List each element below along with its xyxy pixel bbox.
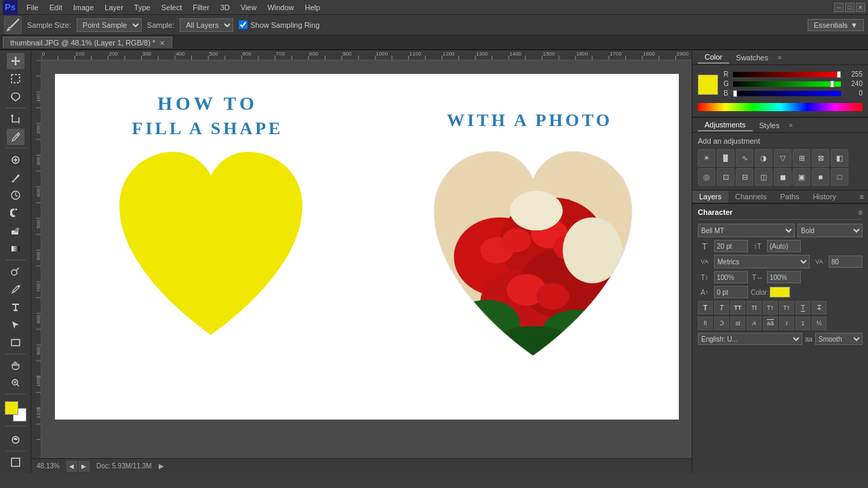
minimize-button[interactable]: ─: [834, 3, 844, 12]
eyedropper-tool-icon[interactable]: [4, 16, 22, 34]
history-tab[interactable]: History: [806, 190, 843, 203]
paths-tab[interactable]: Paths: [774, 190, 806, 203]
eraser-tool[interactable]: [7, 223, 24, 239]
font-size-input[interactable]: [714, 240, 748, 252]
exposure-adj-icon[interactable]: ◑: [755, 149, 772, 167]
show-sampling-ring-label[interactable]: Show Sampling Ring: [239, 20, 319, 29]
green-slider-track[interactable]: [733, 81, 841, 87]
restore-button[interactable]: □: [845, 3, 854, 12]
bold-button[interactable]: T: [698, 301, 713, 314]
vertical-scale-input[interactable]: [714, 271, 748, 283]
anti-alias-select[interactable]: Smooth: [815, 333, 863, 345]
brightness-adj-icon[interactable]: ☀: [698, 149, 715, 167]
brush-tool[interactable]: [7, 169, 24, 186]
adjustments-panel-options[interactable]: ≡: [789, 122, 796, 129]
titling-button[interactable]: aā: [763, 317, 778, 330]
zoom-tool[interactable]: [7, 375, 24, 391]
photo-filter-icon[interactable]: ◎: [698, 168, 715, 186]
status-arrow-right[interactable]: ▶: [159, 462, 164, 470]
lasso-tool[interactable]: [7, 89, 24, 105]
color-panel-options[interactable]: ≡: [778, 54, 785, 61]
selective-color-icon[interactable]: □: [831, 168, 848, 186]
channel-mixer-icon[interactable]: ⊡: [717, 168, 734, 186]
rectangle-tool[interactable]: [7, 334, 24, 350]
character-color-swatch[interactable]: [770, 287, 790, 298]
color-tab[interactable]: Color: [698, 52, 729, 64]
crop-tool[interactable]: [7, 111, 24, 127]
clone-stamp-tool[interactable]: [7, 187, 24, 203]
menu-window[interactable]: Window: [262, 2, 298, 13]
type-tool[interactable]: [7, 299, 24, 315]
close-button[interactable]: ✕: [856, 3, 865, 12]
gradient-tool[interactable]: [7, 241, 24, 257]
dodge-tool[interactable]: [7, 263, 24, 279]
layers-tab[interactable]: Layers: [692, 190, 728, 203]
menu-layer[interactable]: Layer: [100, 2, 128, 13]
layers-panel-options[interactable]: ≡: [856, 192, 868, 201]
foreground-color-swatch[interactable]: [5, 401, 18, 415]
font-style-select[interactable]: Bold: [797, 224, 863, 237]
path-selection-tool[interactable]: [7, 317, 24, 333]
oldstyle-button[interactable]: ℑ: [714, 317, 729, 330]
vibrance-adj-icon[interactable]: ▽: [774, 149, 791, 167]
menu-file[interactable]: File: [22, 2, 43, 13]
posterize-icon[interactable]: ◼: [774, 168, 791, 186]
menu-3d[interactable]: 3D: [216, 2, 235, 13]
tracking-input[interactable]: [829, 256, 863, 268]
fraction-1-button[interactable]: 1: [795, 317, 810, 330]
document-tab[interactable]: thumbnail.JPG @ 48.1% (Layer 1, RGB/8) *…: [3, 37, 172, 48]
hsl-adj-icon[interactable]: ⊞: [793, 149, 810, 167]
menu-select[interactable]: Select: [157, 2, 187, 13]
swatches-tab[interactable]: Swatches: [729, 52, 775, 63]
superscript-button[interactable]: TT: [763, 301, 778, 314]
menu-edit[interactable]: Edit: [45, 2, 67, 13]
ligature-button[interactable]: fi: [698, 317, 713, 330]
quick-mask-tool[interactable]: [7, 432, 24, 448]
contextalt-button[interactable]: I: [779, 317, 794, 330]
green-slider-thumb[interactable]: [830, 81, 834, 87]
menu-image[interactable]: Image: [68, 2, 99, 13]
move-tool[interactable]: [7, 53, 24, 69]
bw-adj-icon[interactable]: ◧: [831, 149, 848, 167]
language-select[interactable]: English: U...: [698, 333, 802, 345]
hand-tool[interactable]: [7, 357, 24, 373]
menu-help[interactable]: Help: [300, 2, 326, 13]
menu-filter[interactable]: Filter: [188, 2, 214, 13]
channels-tab[interactable]: Channels: [728, 190, 773, 203]
font-family-select[interactable]: Bell MT: [698, 224, 795, 237]
gradient-map-icon[interactable]: ■: [812, 168, 829, 186]
show-sampling-ring-checkbox[interactable]: [239, 20, 248, 29]
marquee-tool[interactable]: [7, 70, 24, 87]
status-prev-button[interactable]: ◀: [66, 461, 77, 472]
screen-mode-tool[interactable]: [7, 454, 24, 470]
blue-slider-thumb[interactable]: [733, 90, 737, 97]
levels-adj-icon[interactable]: ▐▌: [717, 149, 734, 167]
smallcaps-button[interactable]: Tt: [747, 301, 762, 314]
history-brush-tool[interactable]: [7, 205, 24, 221]
subscript-button[interactable]: TT: [779, 301, 794, 314]
sample-value-select[interactable]: All Layers: [180, 18, 233, 32]
invert-icon[interactable]: ◫: [755, 168, 772, 186]
status-next-button[interactable]: ▶: [79, 461, 90, 472]
threshold-icon[interactable]: ▣: [793, 168, 810, 186]
kerning-select[interactable]: Metrics: [714, 255, 810, 268]
curves-adj-icon[interactable]: ∿: [736, 149, 753, 167]
current-color-swatch[interactable]: [698, 75, 718, 95]
italic-button[interactable]: T: [714, 301, 729, 314]
blue-slider-track[interactable]: [733, 91, 841, 96]
underline-button[interactable]: T: [795, 301, 810, 314]
adjustments-tab[interactable]: Adjustments: [698, 119, 753, 131]
horizontal-scale-input[interactable]: [767, 271, 801, 283]
tab-close-icon[interactable]: ✕: [159, 39, 165, 47]
styles-tab[interactable]: Styles: [753, 120, 787, 131]
red-slider-track[interactable]: [733, 72, 841, 77]
eyedropper-tool[interactable]: [7, 129, 24, 145]
pen-tool[interactable]: [7, 281, 24, 297]
strikethrough-button[interactable]: T: [812, 301, 827, 314]
ordinal-button[interactable]: st: [730, 317, 745, 330]
swash-button[interactable]: A: [747, 317, 762, 330]
leading-input[interactable]: [767, 240, 801, 252]
essentials-button[interactable]: Essentials ▼: [808, 19, 864, 31]
colorbalance-adj-icon[interactable]: ⊠: [812, 149, 829, 167]
menu-view[interactable]: View: [236, 2, 262, 13]
